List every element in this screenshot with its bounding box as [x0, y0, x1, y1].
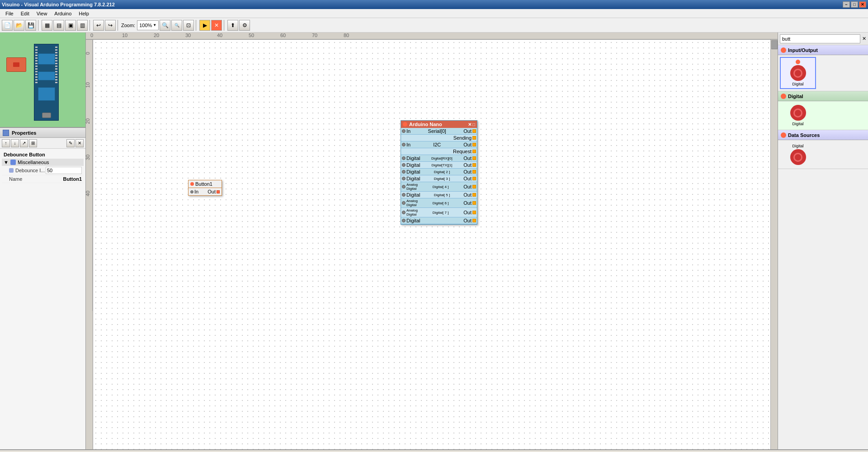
canvas-with-ruler: 0 10 20 30 40 50 60 70 80	[86, 33, 778, 449]
component-search-input[interactable]	[780, 34, 860, 43]
d8-in-pin[interactable]	[402, 219, 406, 222]
svg-text:60: 60	[280, 33, 286, 38]
ds-section-icon	[781, 132, 786, 138]
data-sources-header: Data Sources	[778, 130, 868, 140]
undo-button[interactable]: ↩	[93, 20, 104, 31]
ds-digital-component-card[interactable]: Digital	[780, 142, 816, 167]
arduino-i2c-row: In I2C Out	[401, 141, 477, 148]
serial-in-pin[interactable]	[402, 129, 406, 133]
d7-analog-label: Analog	[406, 208, 418, 212]
arduino-d3-row: Digital Digital[ 3 ] Out	[401, 175, 477, 182]
grid-btn-4[interactable]: ▥	[77, 20, 88, 31]
d4-out-pin[interactable]	[472, 185, 476, 188]
menu-file[interactable]: File	[2, 10, 17, 17]
menu-edit[interactable]: Edit	[17, 10, 33, 17]
new-button[interactable]: 📄	[2, 20, 13, 31]
main-layout: Properties ↑ ↓ ↗ ⊞ ✎ ✕ Debounce Button ▼	[0, 33, 868, 449]
prop-btn-5[interactable]: ✎	[66, 139, 75, 147]
d4-center-label: Digital[ 4 ]	[418, 185, 463, 189]
app-title: Visuino - Visual Arduino Programming 7.8…	[2, 2, 843, 7]
upload-button[interactable]: ⬆	[227, 20, 238, 31]
tx-out-pin[interactable]	[472, 163, 476, 167]
prop-btn-3[interactable]: ↗	[20, 139, 28, 147]
d6-out-pin[interactable]	[472, 201, 476, 205]
digital-section-icon	[781, 94, 786, 99]
button1-in-pin[interactable]	[190, 190, 193, 193]
titlebar: Visuino - Visual Arduino Programming 7.8…	[0, 0, 868, 9]
svg-text:50: 50	[249, 33, 254, 38]
redo-button[interactable]: ↪	[105, 20, 116, 31]
zoom-fit-button[interactable]: ⊡	[183, 20, 194, 31]
d3-in-pin[interactable]	[402, 177, 406, 180]
arduino-sending-row: Sending	[401, 135, 477, 141]
stop-button[interactable]: ✕	[211, 20, 222, 31]
grid-btn-2[interactable]: ▤	[53, 20, 64, 31]
minimize-button[interactable]: −	[843, 1, 850, 8]
vscroll-thumb[interactable]	[771, 40, 778, 49]
grid-btn-3[interactable]: ▣	[65, 20, 76, 31]
d8-out-pin[interactable]	[472, 219, 476, 222]
arduino-d5-row: Digital Digital[ 5 ] Out	[401, 192, 477, 198]
rx-out-pin[interactable]	[472, 156, 476, 160]
menu-help[interactable]: Help	[75, 10, 93, 17]
sending-pin[interactable]	[472, 136, 476, 140]
prop-btn-1[interactable]: ↑	[2, 139, 10, 147]
menu-arduino[interactable]: Arduino	[51, 10, 75, 17]
d2-in-pin[interactable]	[402, 170, 406, 174]
maximize-button[interactable]: □	[851, 1, 858, 8]
run-button[interactable]: ▶	[199, 20, 210, 31]
d4-in-pin[interactable]	[402, 185, 406, 188]
button1-out-pin[interactable]	[217, 190, 220, 193]
zoom-control[interactable]: 100% ▼	[137, 20, 159, 30]
d6-in-pin[interactable]	[402, 201, 406, 205]
rx-in-pin[interactable]	[402, 156, 406, 160]
serial-out-label: Out	[463, 128, 472, 134]
d7-in-pin[interactable]	[402, 211, 406, 214]
arduino-max-btn[interactable]: □	[472, 122, 475, 127]
arduino-close-btn[interactable]: ✕	[468, 122, 472, 127]
settings-button[interactable]: ⚙	[239, 20, 250, 31]
prop-btn-4[interactable]: ⊞	[29, 139, 37, 147]
d3-out-pin[interactable]	[472, 177, 476, 180]
button1-block[interactable]: Button1 In Out	[188, 180, 222, 196]
i2c-in-pin[interactable]	[402, 143, 406, 146]
i2c-out-pin[interactable]	[472, 143, 476, 146]
save-button[interactable]: 💾	[25, 20, 36, 31]
prop-btn-2[interactable]: ↓	[11, 139, 19, 147]
prop-debounce-input[interactable]	[46, 167, 82, 174]
ds-components: Digital	[778, 140, 868, 169]
d2-out-label: Out	[463, 169, 472, 174]
canvas-vscroll[interactable]	[770, 40, 778, 449]
toolbar-separator-3	[118, 20, 119, 31]
zoom-dropdown-icon[interactable]: ▼	[153, 23, 156, 27]
serial-out-pin[interactable]	[472, 129, 476, 133]
search-clear-icon[interactable]: ✕	[862, 36, 866, 42]
main-canvas[interactable]: Arduino Nano ✕ □ In	[93, 40, 778, 449]
close-button[interactable]: ✕	[859, 1, 866, 8]
svg-text:10: 10	[122, 33, 127, 38]
io-digital-component-selected[interactable]: Digital	[780, 57, 816, 89]
d5-out-pin[interactable]	[472, 193, 476, 197]
zoom-out-button[interactable]: 🔍	[171, 20, 182, 31]
digital-component-card[interactable]: Digital	[780, 103, 816, 128]
request-pin[interactable]	[472, 150, 476, 153]
bottom-toolbar: Port: COM20 Speed: 9600 Format: Unformat…	[0, 450, 868, 452]
prop-name-value: Button1	[63, 176, 82, 182]
menu-view[interactable]: View	[33, 10, 51, 17]
prop-group-header[interactable]: ▼ Miscellaneous	[2, 159, 84, 166]
io-digital-label: Digital	[792, 82, 803, 86]
d7-out-pin[interactable]	[472, 211, 476, 214]
open-button[interactable]: 📂	[14, 20, 24, 31]
horizontal-ruler: 0 10 20 30 40 50 60 70 80	[86, 33, 778, 40]
arduino-nano-block[interactable]: Arduino Nano ✕ □ In	[401, 120, 477, 225]
svg-text:80: 80	[344, 33, 349, 38]
prop-btn-6[interactable]: ✕	[75, 139, 84, 147]
grid-btn-1[interactable]: ▦	[42, 20, 52, 31]
d2-out-pin[interactable]	[472, 170, 476, 174]
tx-in-pin[interactable]	[402, 163, 406, 167]
digital-component-label: Digital	[792, 122, 803, 126]
arduino-title-text: Arduino Nano	[409, 122, 442, 127]
d2-center-label: Digital[ 2 ]	[420, 170, 464, 174]
zoom-in-button[interactable]: 🔍	[160, 20, 170, 31]
d5-in-pin[interactable]	[402, 193, 406, 197]
